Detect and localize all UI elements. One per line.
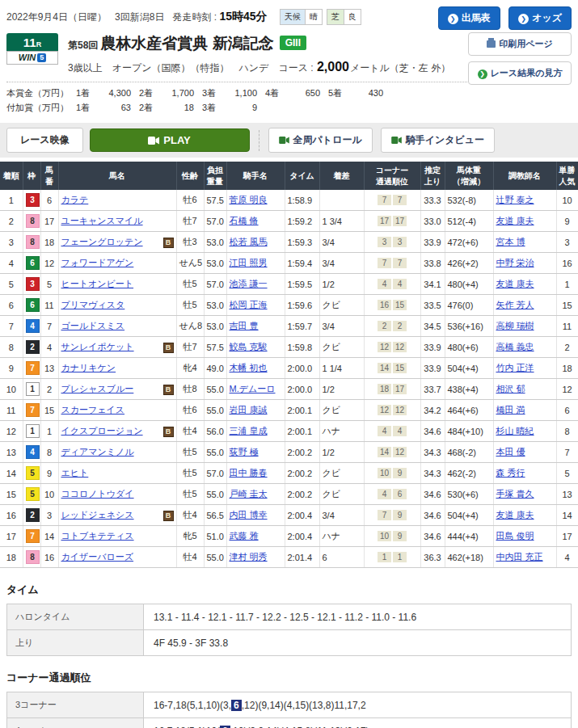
jockey-link[interactable]: M.デムーロ bbox=[230, 384, 276, 393]
last-3f-cell: 34.3 bbox=[420, 463, 445, 484]
trainer-link[interactable]: 友道 康夫 bbox=[496, 510, 534, 520]
horse-name-link[interactable]: イクスプロージョン bbox=[61, 426, 143, 436]
horse-name-link[interactable]: カナリキケン bbox=[61, 363, 116, 372]
horse-name-link[interactable]: エヒト bbox=[61, 468, 89, 478]
trainer-link[interactable]: 高柳 瑞樹 bbox=[496, 321, 534, 330]
race-distance: 2,000 bbox=[317, 60, 349, 74]
arrow-circle-icon: ❯ bbox=[448, 14, 458, 24]
horse-weight-cell: 484(+10) bbox=[445, 421, 493, 442]
rank-cell: 4 bbox=[0, 253, 23, 274]
horse-name-link[interactable]: スカーフェイス bbox=[61, 405, 125, 414]
trainer-link[interactable]: 友道 康夫 bbox=[496, 216, 534, 225]
race-video-button[interactable]: レース映像 bbox=[6, 128, 83, 153]
horse-name-link[interactable]: コトブキテティス bbox=[61, 531, 134, 541]
rank-cell: 14 bbox=[0, 463, 23, 484]
sex-age-cell: 牡5 bbox=[176, 442, 204, 463]
corner-position: 12 bbox=[393, 342, 407, 352]
trainer-link[interactable]: 友道 康夫 bbox=[496, 279, 534, 288]
result-row: 4612フォワードアゲンせん553.0江田 照男1:59.43/47733.84… bbox=[0, 253, 578, 274]
jockey-link[interactable]: 吉田 豊 bbox=[230, 321, 259, 330]
rank-cell: 7 bbox=[0, 316, 23, 337]
horse-name-link[interactable]: フォワードアゲン bbox=[61, 258, 134, 267]
corner-position: 10 bbox=[378, 468, 391, 478]
margin-cell: 3/4 bbox=[319, 505, 364, 526]
meet-day: 3回新潟8日 bbox=[115, 11, 164, 23]
jockey-link[interactable]: 津村 明秀 bbox=[230, 552, 268, 562]
result-guide-button[interactable]: ❯レース結果の見方 bbox=[468, 61, 572, 85]
odds-button[interactable]: ❯オッズ bbox=[508, 6, 572, 30]
corner-position: 14 bbox=[378, 447, 391, 457]
frame-badge: 4 bbox=[26, 319, 40, 333]
trainer-link[interactable]: 宮本 博 bbox=[496, 237, 525, 246]
horse-name-link[interactable]: プレシャスブルー bbox=[61, 384, 134, 393]
trainer-link[interactable]: 高橋 義忠 bbox=[496, 342, 534, 351]
jockey-link[interactable]: 武藤 雅 bbox=[230, 531, 259, 541]
jockey-link[interactable]: 松若 風馬 bbox=[230, 237, 268, 246]
favorite-cell: 7 bbox=[556, 442, 578, 463]
play-button[interactable]: PLAY bbox=[90, 128, 250, 152]
prize-label: 付加賞（万円） bbox=[6, 102, 76, 114]
shutuba-button[interactable]: ❯出馬表 bbox=[438, 6, 500, 30]
jockey-link[interactable]: 内田 博幸 bbox=[230, 510, 268, 520]
horse-name-link[interactable]: フェーングロッテン bbox=[61, 237, 143, 246]
trainer-cell: 高柳 瑞樹 bbox=[493, 316, 556, 337]
corner-position: 15 bbox=[393, 300, 407, 310]
jockey-link[interactable]: 戸崎 圭太 bbox=[230, 489, 268, 499]
horse-number-cell: 12 bbox=[40, 253, 58, 274]
trainer-link[interactable]: 竹内 正洋 bbox=[496, 363, 534, 372]
impost-cell: 53.0 bbox=[204, 232, 226, 253]
frame-cell: 1 bbox=[23, 421, 40, 442]
impost-cell: 55.0 bbox=[204, 379, 226, 400]
jockey-link[interactable]: 田中 勝春 bbox=[230, 468, 268, 478]
horse-weight-cell: 532(-8) bbox=[445, 190, 493, 211]
trainer-link[interactable]: 橋田 満 bbox=[496, 405, 525, 414]
horse-name-link[interactable]: ヒートオンビート bbox=[61, 279, 134, 288]
trainer-link[interactable]: 田島 俊明 bbox=[496, 531, 534, 541]
jockey-link[interactable]: 江田 照男 bbox=[230, 258, 268, 267]
horse-name-link[interactable]: ゴールドスミス bbox=[61, 321, 125, 330]
print-button[interactable]: 印刷用ページ bbox=[468, 32, 572, 56]
sex-age-cell: 牡4 bbox=[176, 505, 204, 526]
trainer-link[interactable]: 相沢 郁 bbox=[496, 384, 525, 393]
corner-position: 15 bbox=[393, 363, 407, 373]
horse-name-link[interactable]: ディアマンミノル bbox=[61, 447, 134, 457]
trainer-link[interactable]: 杉山 晴紀 bbox=[496, 426, 534, 436]
horse-name-link[interactable]: レッドジェネシス bbox=[61, 510, 134, 520]
corner-row-label: 4コーナー bbox=[7, 718, 144, 728]
result-row: 3818フェーングロッテンB牡353.0松若 風馬1:59.33/43333.9… bbox=[0, 232, 578, 253]
horse-name-cell: スカーフェイス bbox=[58, 400, 176, 421]
jockey-link[interactable]: 松岡 正海 bbox=[230, 300, 268, 309]
jockey-link[interactable]: 岩田 康誠 bbox=[230, 405, 268, 414]
horse-name-link[interactable]: カイザーバローズ bbox=[61, 552, 134, 562]
jockey-link[interactable]: 鮫島 克駿 bbox=[230, 342, 268, 351]
horse-name-link[interactable]: ココロノトウダイ bbox=[61, 489, 134, 499]
rank-cell: 17 bbox=[0, 526, 23, 547]
horse-name-link[interactable]: ユーキャンスマイル bbox=[61, 216, 143, 225]
sex-age-cell: 牡5 bbox=[176, 295, 204, 316]
trainer-link[interactable]: 本田 優 bbox=[496, 447, 525, 457]
trainer-link[interactable]: 森 秀行 bbox=[496, 468, 525, 478]
frame-cell: 7 bbox=[23, 400, 40, 421]
jockey-interview-button[interactable]: 騎手インタビュー bbox=[381, 128, 495, 153]
jockey-link[interactable]: 三浦 皇成 bbox=[230, 426, 268, 436]
jockey-link[interactable]: 石橋 脩 bbox=[230, 216, 259, 225]
horse-name-link[interactable]: カラテ bbox=[61, 195, 89, 204]
horse-name-link[interactable]: サンレイポケット bbox=[61, 342, 134, 351]
patrol-video-button[interactable]: 全周パトロール bbox=[268, 128, 373, 153]
corner-position: 9 bbox=[393, 468, 407, 478]
trainer-link[interactable]: 中内田 充正 bbox=[496, 552, 543, 562]
corner-position: 9 bbox=[393, 531, 407, 541]
jockey-link[interactable]: 荻野 極 bbox=[230, 447, 259, 457]
horse-name-link[interactable]: プリマヴィスタ bbox=[61, 300, 125, 309]
jockey-link[interactable]: 池添 謙一 bbox=[230, 279, 268, 288]
trainer-link[interactable]: 辻野 泰之 bbox=[496, 195, 534, 204]
trainer-link[interactable]: 中野 栄治 bbox=[496, 258, 534, 267]
trainer-link[interactable]: 矢作 芳人 bbox=[496, 300, 534, 309]
jockey-link[interactable]: 木幡 初也 bbox=[230, 363, 268, 372]
trainer-link[interactable]: 手塚 貴久 bbox=[496, 489, 534, 499]
jockey-link[interactable]: 菅原 明良 bbox=[230, 195, 268, 204]
last-3f-cell: 34.6 bbox=[420, 421, 445, 442]
corner-position: 16 bbox=[378, 300, 391, 310]
frame-cell: 8 bbox=[23, 547, 40, 568]
margin-cell: 1 3/4 bbox=[319, 211, 364, 232]
